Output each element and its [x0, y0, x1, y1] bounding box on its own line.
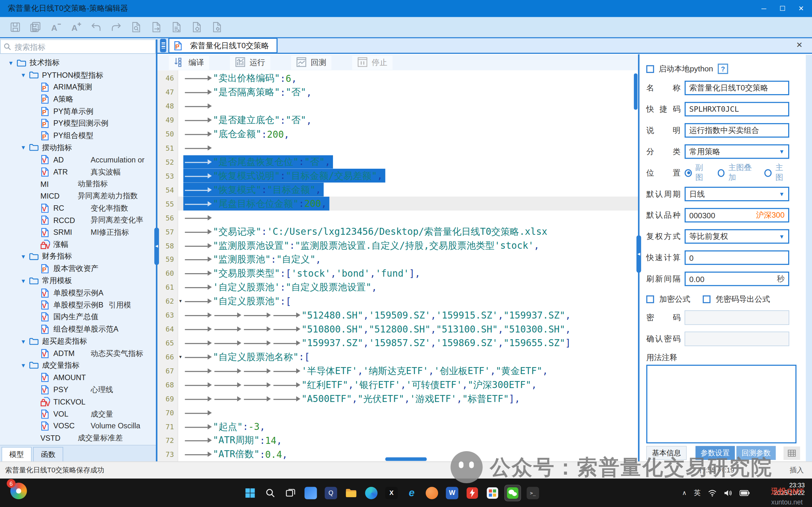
code-line[interactable]: 52"是否尾盘恢复仓位":"否",: [157, 155, 638, 169]
tree-item-技术指标[interactable]: ▼技术指标: [0, 57, 156, 69]
code-line[interactable]: 65"159937.SZ",'159857.SZ','159869.SZ',"1…: [157, 336, 638, 350]
tree-item-财务指标[interactable]: ▼财务指标: [0, 250, 156, 263]
code-line[interactable]: 46"卖出价格编码":6,: [157, 71, 638, 86]
运行-button[interactable]: 运行: [230, 56, 270, 69]
font-increase-icon[interactable]: A: [69, 21, 82, 33]
redo-icon[interactable]: [110, 21, 122, 33]
adjust-field[interactable]: 等比前复权▼: [685, 229, 790, 244]
export-script-icon[interactable]: [150, 21, 163, 33]
tree-item-RCCD[interactable]: VRCCD异同离差变化率: [0, 214, 156, 226]
left-splitter-handle[interactable]: ◀: [154, 227, 159, 265]
panel-tab-参数设置[interactable]: 参数设置: [696, 446, 735, 460]
tree-item-MICD[interactable]: MICD异同离差动力指数: [0, 190, 156, 202]
shortcut-field[interactable]: SPLHRXT0JCL: [685, 102, 790, 116]
editor-tab[interactable]: P 索普量化日线T0交策略: [168, 38, 277, 53]
tree-item-国内生产总值[interactable]: V国内生产总值: [0, 311, 156, 323]
code-line[interactable]: 53"恢复模式说明":"目标金额/交易差额",: [157, 169, 638, 183]
tree-item-VOSC[interactable]: VVOSCVolume Oscilla: [0, 420, 156, 432]
symbol-field[interactable]: 000300沪深300: [685, 208, 790, 223]
notification-app-icon[interactable]: 6: [10, 483, 27, 499]
code-line[interactable]: 51: [157, 141, 638, 155]
ie-icon[interactable]: e: [404, 485, 419, 501]
confirm-field[interactable]: [685, 332, 790, 346]
wechat-icon[interactable]: [505, 485, 521, 501]
file-explorer-icon[interactable]: [343, 485, 359, 501]
refresh-field[interactable]: 0.00秒: [685, 272, 790, 286]
code-line[interactable]: 68"红利ETF",'银行ETF','可转债ETF',"沪深300ETF",: [157, 378, 638, 392]
tree-item-A策略[interactable]: PA策略: [0, 93, 156, 105]
minimize-button[interactable]: ─: [756, 2, 772, 15]
code-line[interactable]: 70: [157, 406, 638, 420]
panel-tab-回测参数[interactable]: 回测参数: [737, 446, 776, 460]
code-line[interactable]: 69"A500ETF","光伏ETF",'游戏ETF',"标普ETF"],: [157, 392, 638, 406]
save-all-icon[interactable]: [29, 21, 41, 33]
panel-tab-基本信息[interactable]: 基本信息: [646, 446, 687, 460]
font-decrease-icon[interactable]: A: [49, 21, 62, 33]
sidebar-tab-模型[interactable]: 模型: [2, 447, 32, 462]
app-x-icon[interactable]: X: [384, 485, 399, 501]
停止-button[interactable]: 停止: [352, 56, 392, 69]
code-line[interactable]: 54"恢复模式":"目标金额",: [157, 183, 638, 197]
code-line[interactable]: 71"起点":-3,: [157, 420, 638, 434]
code-line[interactable]: 48: [157, 99, 638, 113]
category-field[interactable]: 常用策略▼: [685, 145, 790, 159]
code-line[interactable]: 58"监测股票池设置":"监测股票池设置.自定义/持股,交易股票池类型'stoc…: [157, 239, 638, 252]
chevron-down-icon[interactable]: ▼: [17, 145, 29, 151]
tree-item-ATR[interactable]: VATR真实波幅: [0, 166, 156, 178]
position-radio-副图[interactable]: 副图: [685, 163, 709, 183]
tray-chevron-icon[interactable]: ∧: [682, 489, 687, 497]
ime-indicator[interactable]: 英: [694, 488, 701, 497]
app-red-icon[interactable]: [465, 485, 480, 501]
tree-item-RC[interactable]: VRC变化率指数: [0, 202, 156, 214]
maximize-button[interactable]: ☐: [775, 2, 791, 15]
name-field[interactable]: 索普量化日线T0交策略: [685, 80, 790, 95]
code-line[interactable]: 47"是否隔离策略":"否",: [157, 86, 638, 99]
code-line[interactable]: 72"ATR周期":14,: [157, 433, 638, 447]
widgets-icon[interactable]: [303, 485, 318, 501]
save-icon[interactable]: [9, 21, 21, 33]
password-field[interactable]: [685, 310, 790, 325]
quick-field[interactable]: 0: [685, 250, 790, 265]
chevron-down-icon[interactable]: ▼: [17, 278, 29, 284]
tree-item-涨幅[interactable]: V涨幅: [0, 238, 156, 250]
tree-item-ARIMA预测[interactable]: PARIMA预测: [0, 81, 156, 93]
task-view-icon[interactable]: [283, 485, 299, 501]
edge-icon[interactable]: [364, 485, 379, 501]
凭密码导出公式-checkbox[interactable]: [703, 295, 710, 303]
undo-icon[interactable]: [90, 21, 102, 33]
panel-scrollbar[interactable]: [806, 55, 812, 462]
tree-item-PY组合模型[interactable]: PPY组合模型: [0, 129, 156, 142]
chevron-down-icon[interactable]: ▼: [17, 72, 29, 78]
volume-icon[interactable]: [724, 489, 732, 497]
position-radio-主图叠加[interactable]: 主图叠加: [717, 163, 756, 183]
fold-marker-icon[interactable]: ▼: [179, 299, 181, 303]
tree-item-VOL[interactable]: VVOL成交量: [0, 408, 156, 420]
close-button[interactable]: ✕: [793, 2, 809, 15]
usage-textarea[interactable]: [646, 365, 797, 444]
help-button[interactable]: ?: [718, 64, 728, 74]
chevron-down-icon[interactable]: ▼: [17, 362, 29, 369]
editor-vertical-scrollbar[interactable]: [634, 74, 637, 110]
code-line[interactable]: 56: [157, 211, 638, 225]
script-settings-icon[interactable]: [191, 21, 203, 33]
chevron-down-icon[interactable]: ▼: [17, 253, 29, 260]
tree-item-PYTHON模型指标[interactable]: ▼PYTHON模型指标: [0, 69, 156, 81]
search-input[interactable]: [15, 42, 152, 51]
fold-marker-icon[interactable]: ▼: [179, 355, 181, 359]
code-line[interactable]: 50"底仓金额":200,: [157, 127, 638, 141]
panel-grid-icon[interactable]: [783, 446, 800, 459]
chevron-down-icon[interactable]: ▼: [5, 60, 16, 66]
回测-button[interactable]: 回测: [291, 56, 331, 69]
tree-item-MI[interactable]: MI动量指标: [0, 178, 156, 190]
tree-item-PY简单示例[interactable]: PPY简单示例: [0, 105, 156, 117]
code-line[interactable]: 62▼"自定义股票池":[: [157, 294, 638, 308]
terminal-icon[interactable]: >_: [525, 485, 541, 501]
tree-item-TICKVOL[interactable]: VTICKVOL: [0, 396, 156, 408]
code-line[interactable]: 49"是否建立底仓":"否",: [157, 113, 638, 127]
tree-item-超买超卖指标[interactable]: ▼超买超卖指标: [0, 335, 156, 347]
app-orange-icon[interactable]: [424, 485, 440, 501]
chevron-down-icon[interactable]: ▼: [17, 338, 29, 345]
tree-item-组合模型单股示范A[interactable]: V组合模型单股示范A: [0, 323, 156, 335]
tree-item-AMOUNT[interactable]: VAMOUNT: [0, 372, 156, 384]
formula-settings-icon[interactable]: [211, 21, 223, 33]
